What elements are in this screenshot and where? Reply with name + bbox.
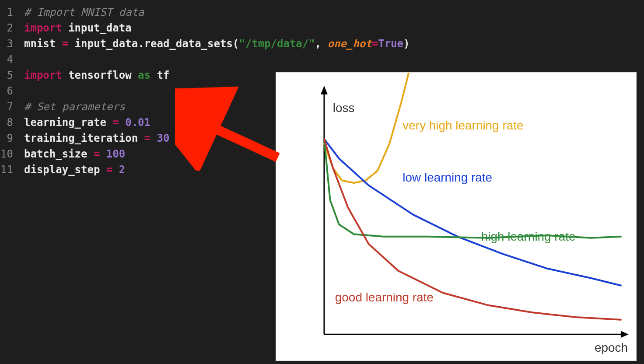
line-number: 4 — [0, 52, 24, 67]
line-number: 1 — [0, 4, 24, 20]
series-label: good learning rate — [335, 290, 434, 304]
code-line[interactable]: 3mnist = input_data.read_data_sets("/tmp… — [0, 36, 644, 52]
code-line[interactable]: 4 — [0, 52, 644, 67]
chart-svg: lossepochvery high learning ratelow lear… — [276, 73, 636, 360]
series-label: high learning rate — [481, 230, 576, 243]
svg-marker-3 — [621, 331, 629, 338]
line-number: 6 — [0, 83, 24, 99]
code-content: display_step = 2 — [24, 162, 125, 178]
code-line[interactable]: 1# Import MNIST data — [0, 4, 644, 20]
code-content: mnist = input_data.read_data_sets("/tmp/… — [24, 36, 410, 52]
code-line[interactable]: 2import input_data — [0, 20, 644, 36]
code-content: import input_data — [24, 20, 132, 36]
code-content — [24, 52, 30, 67]
code-content — [24, 83, 30, 99]
line-number: 11 — [0, 162, 24, 178]
y-axis-label: loss — [333, 101, 355, 115]
line-number: 2 — [0, 20, 24, 36]
learning-rate-chart: lossepochvery high learning ratelow lear… — [276, 72, 637, 361]
code-content: import tensorflow as tf — [24, 67, 169, 83]
series-label: very high learning rate — [402, 119, 523, 132]
series-line — [324, 73, 413, 183]
code-content: learning_rate = 0.01 — [24, 115, 150, 130]
line-number: 9 — [0, 130, 24, 146]
code-content: training_iteration = 30 — [24, 130, 169, 146]
line-number: 7 — [0, 99, 24, 115]
line-number: 10 — [0, 146, 24, 162]
code-content: # Import MNIST data — [24, 4, 144, 20]
series-label: low learning rate — [402, 171, 492, 184]
series-line — [324, 139, 621, 238]
line-number: 8 — [0, 115, 24, 130]
code-content: # Set parameters — [24, 99, 125, 115]
code-content: batch_size = 100 — [24, 146, 125, 162]
x-axis-label: epoch — [595, 341, 628, 354]
line-number: 5 — [0, 67, 24, 83]
svg-marker-1 — [321, 86, 328, 94]
line-number: 3 — [0, 36, 24, 52]
series-line — [324, 139, 621, 286]
